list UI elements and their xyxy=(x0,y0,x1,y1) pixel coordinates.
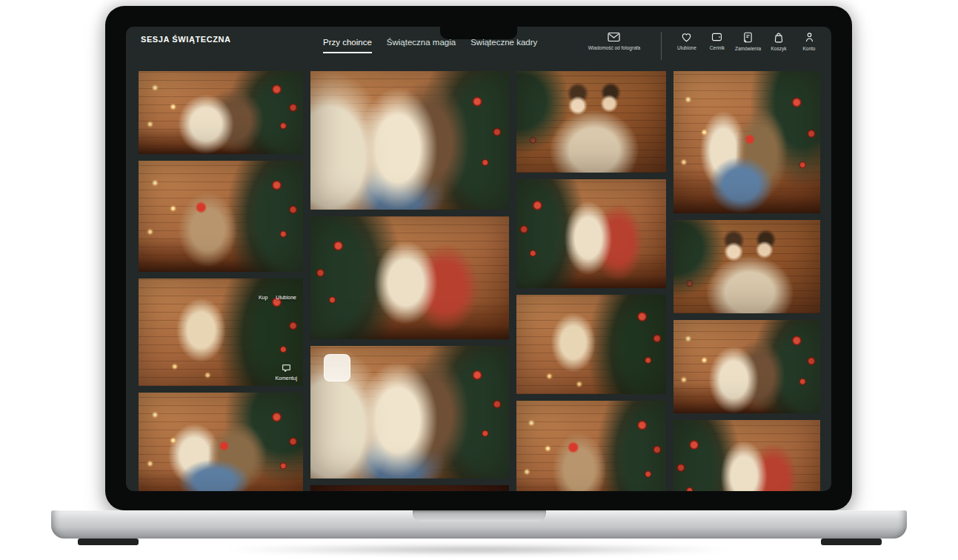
photo-couple-santa-plaid[interactable] xyxy=(516,179,666,288)
tab-przy-choince[interactable]: Przy choince xyxy=(323,38,372,47)
action-label: Zamówienia xyxy=(735,46,761,51)
photo-select-checkbox[interactable] xyxy=(324,354,350,381)
photo-ornaments-sliver[interactable] xyxy=(310,485,509,491)
photo-favorite-link[interactable]: Ulubione xyxy=(276,295,296,300)
photo-couple-embrace-tree[interactable] xyxy=(310,71,509,210)
photo-couple-selfie-antlers[interactable] xyxy=(516,71,666,173)
laptop-screen-frame: SESJA ŚWIĄTECZNA Przy choinceŚwiąteczna … xyxy=(105,6,852,510)
envelope-icon xyxy=(608,32,620,42)
laptop-display: SESJA ŚWIĄTECZNA Przy choinceŚwiąteczna … xyxy=(126,27,831,491)
photo-grid: KupUlubioneKomentuj xyxy=(126,69,831,491)
photo-couple-champagne[interactable] xyxy=(310,216,509,339)
message-from-photographer-button[interactable]: Wiadomość od fotografa xyxy=(582,32,647,50)
laptop-lid-groove xyxy=(413,510,546,521)
gallery-column-3 xyxy=(516,71,666,491)
photo-couple-gift-red-bow[interactable] xyxy=(673,420,820,491)
cart-button[interactable]: Koszyk xyxy=(766,32,791,51)
speech-bubble-icon xyxy=(282,364,291,373)
photo-couple-selfie-sofa[interactable] xyxy=(673,320,820,413)
pricing-button[interactable]: Cennik xyxy=(705,32,730,50)
photo-family-portrait-santa-girl[interactable] xyxy=(673,71,820,213)
page-background: SESJA ŚWIĄTECZNA Przy choinceŚwiąteczna … xyxy=(0,0,958,560)
photo-girl-on-shoulders-tree[interactable]: KupUlubioneKomentuj xyxy=(139,279,303,386)
action-label: Konto xyxy=(803,46,816,51)
photo-mom-daughter-hug[interactable] xyxy=(516,295,666,394)
gallery-column-2 xyxy=(310,71,509,491)
gallery-column-1: KupUlubioneKomentuj xyxy=(139,71,303,491)
orders-button[interactable]: Zamówienia xyxy=(735,32,761,51)
photo-couple-gift-bow[interactable] xyxy=(310,346,509,479)
user-icon xyxy=(805,32,814,43)
favorites-button[interactable]: Ulubione xyxy=(674,32,699,50)
photo-comment-button[interactable]: Komentuj xyxy=(275,364,297,381)
account-button[interactable]: Konto xyxy=(796,32,822,51)
photo-couple-sofa-gift[interactable] xyxy=(139,71,303,154)
photo-hover-actions: KupUlubione xyxy=(259,295,296,300)
action-label: Cennik xyxy=(710,45,725,50)
heart-icon xyxy=(681,32,692,42)
bag-icon xyxy=(774,32,784,43)
site-logo: SESJA ŚWIĄTECZNA xyxy=(141,35,231,44)
document-icon xyxy=(743,32,753,43)
laptop-base xyxy=(51,510,907,539)
photo-comment-label: Komentuj xyxy=(275,376,297,381)
laptop-shadow xyxy=(111,542,846,557)
action-label: Koszyk xyxy=(771,46,787,51)
camera-notch xyxy=(440,27,517,39)
photo-buy-link[interactable]: Kup xyxy=(259,295,267,300)
photo-dad-child-santa-sofa[interactable] xyxy=(139,161,303,272)
photo-family-antlers-sofa[interactable] xyxy=(139,393,303,491)
action-label: Ulubione xyxy=(677,45,696,50)
action-label: Wiadomość od fotografa xyxy=(588,45,640,50)
header-actions: Wiadomość od fotografaUlubioneCennikZamó… xyxy=(582,32,822,60)
photo-family-selfie-girl[interactable] xyxy=(673,220,820,313)
photo-mom-daughter-red[interactable] xyxy=(516,401,666,491)
gallery-column-4 xyxy=(673,71,820,491)
header-divider xyxy=(661,32,662,60)
wallet-icon xyxy=(711,32,722,42)
